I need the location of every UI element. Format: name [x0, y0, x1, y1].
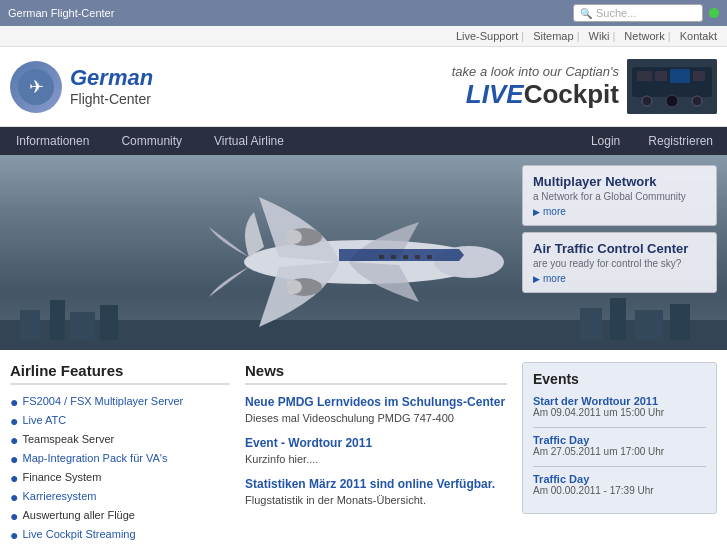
news-title-3[interactable]: Statistiken März 2011 sind online Verfüg…	[245, 477, 507, 491]
live-word: LIVE	[466, 79, 524, 109]
list-item: ●Live ATC	[10, 414, 230, 428]
nav-item-login[interactable]: Login	[577, 134, 634, 148]
feature-text-3: Teamspeak Server	[22, 433, 114, 445]
plane-image	[139, 167, 589, 347]
news-item-1: Neue PMDG Lernvideos im Schulungs-Center…	[245, 395, 507, 424]
svg-rect-26	[379, 255, 384, 259]
event-name-2[interactable]: Traffic Day	[533, 434, 706, 446]
bullet-icon: ●	[10, 452, 18, 466]
event-name-1[interactable]: Start der Wordtour 2011	[533, 395, 706, 407]
news-desc-3: Flugstatistik in der Monats-Übersicht.	[245, 494, 507, 506]
bullet-icon: ●	[10, 528, 18, 542]
events-box: Events Start der Wordtour 2011 Am 09.04.…	[522, 362, 717, 514]
svg-rect-14	[70, 312, 95, 340]
feature-link-2[interactable]: Live ATC	[22, 414, 66, 426]
logo-area: ✈ German Flight-Center	[10, 61, 153, 113]
header: ✈ German Flight-Center take a look into …	[0, 47, 727, 127]
separator-2	[533, 466, 706, 467]
content: Airline Features ●FS2004 / FSX Multiplay…	[0, 350, 727, 545]
toplink-network[interactable]: Network	[624, 30, 664, 42]
logo-text: German Flight-Center	[70, 65, 153, 108]
nav-item-registrieren[interactable]: Registrieren	[634, 134, 727, 148]
cockpit-thumbnail	[627, 59, 717, 114]
svg-rect-17	[610, 298, 626, 340]
events-section-title: Events	[533, 371, 706, 387]
event-name-3[interactable]: Traffic Day	[533, 473, 706, 485]
search-box[interactable]: 🔍 Suche...	[573, 4, 703, 22]
news-title-2[interactable]: Event - Wordtour 2011	[245, 436, 507, 450]
svg-rect-6	[670, 69, 690, 83]
livecockpit-text: take a look into our Captian's LIVECockp…	[452, 64, 619, 110]
feature-text-5: Finance System	[22, 471, 101, 483]
svg-rect-19	[670, 304, 690, 340]
svg-rect-27	[391, 255, 396, 259]
feature-list: ●FS2004 / FSX Multiplayer Server ●Live A…	[10, 395, 230, 542]
svg-point-25	[286, 230, 302, 244]
event-date-1: Am 09.04.2011 um 15:00 Uhr	[533, 407, 706, 418]
svg-rect-29	[415, 255, 420, 259]
hero-card-multiplayer-desc: a Network for a Global Community	[533, 191, 706, 202]
feature-link-4[interactable]: Map-Integration Pack für VA's	[22, 452, 167, 464]
toplink-livesupport[interactable]: Live-Support	[456, 30, 518, 42]
news-item-2: Event - Wordtour 2011 Kurzinfo hier....	[245, 436, 507, 465]
header-right: take a look into our Captian's LIVECockp…	[452, 59, 717, 114]
toplink-sitemap[interactable]: Sitemap	[533, 30, 573, 42]
svg-rect-15	[100, 305, 118, 340]
event-item-1: Start der Wordtour 2011 Am 09.04.2011 um…	[533, 395, 706, 418]
search-placeholder: Suche...	[596, 7, 636, 19]
feature-link-1[interactable]: FS2004 / FSX Multiplayer Server	[22, 395, 183, 407]
airline-features-title: Airline Features	[10, 362, 230, 385]
search-icon: 🔍	[580, 8, 592, 19]
feature-link-8[interactable]: Live Cockpit Streaming	[22, 528, 135, 540]
feature-text-7: Auswertung aller Flüge	[22, 509, 135, 521]
list-item: ●Karrieresystem	[10, 490, 230, 504]
bullet-icon: ●	[10, 471, 18, 485]
hero-card-atc: Air Traffic Control Center are you ready…	[522, 232, 717, 293]
news-desc-2: Kurzinfo hier....	[245, 453, 507, 465]
titlebar-right: 🔍 Suche...	[573, 4, 719, 22]
cockpit-word: Cockpit	[524, 79, 619, 109]
toplinks: Live-Support | Sitemap | Wiki | Network …	[0, 26, 727, 47]
col-left: Airline Features ●FS2004 / FSX Multiplay…	[10, 362, 230, 545]
col-right: Events Start der Wordtour 2011 Am 09.04.…	[522, 362, 717, 545]
hero-card-multiplayer-title: Multiplayer Network	[533, 174, 706, 189]
logo-icon: ✈	[10, 61, 62, 113]
list-item: ●Auswertung aller Flüge	[10, 509, 230, 523]
svg-point-24	[286, 280, 302, 294]
logo-german: German	[70, 65, 153, 91]
hero-card-multiplayer-more[interactable]: ▶ more	[533, 206, 706, 217]
news-title: News	[245, 362, 507, 385]
svg-point-10	[692, 96, 702, 106]
tagline: take a look into our Captian's	[452, 64, 619, 79]
news-desc-1: Dieses mal Videoschulung PMDG 747-400	[245, 412, 507, 424]
status-dot	[709, 8, 719, 18]
bullet-icon: ●	[10, 395, 18, 409]
nav-item-community[interactable]: Community	[105, 127, 198, 155]
separator	[533, 427, 706, 428]
svg-rect-5	[655, 71, 667, 81]
col-mid: News Neue PMDG Lernvideos im Schulungs-C…	[230, 362, 522, 545]
nav-item-informationen[interactable]: Informationen	[0, 127, 105, 155]
list-item: ●Finance System	[10, 471, 230, 485]
svg-rect-30	[427, 255, 432, 259]
svg-rect-12	[20, 310, 40, 340]
list-item: ●Teamspeak Server	[10, 433, 230, 447]
event-date-3: Am 00.00.2011 - 17:39 Uhr	[533, 485, 706, 496]
bullet-icon: ●	[10, 490, 18, 504]
hero-cards: Multiplayer Network a Network for a Glob…	[522, 165, 717, 293]
hero-card-atc-title: Air Traffic Control Center	[533, 241, 706, 256]
hero-card-atc-more[interactable]: ▶ more	[533, 273, 706, 284]
event-item-3: Traffic Day Am 00.00.2011 - 17:39 Uhr	[533, 473, 706, 496]
news-title-1[interactable]: Neue PMDG Lernvideos im Schulungs-Center	[245, 395, 507, 409]
svg-rect-13	[50, 300, 65, 340]
feature-link-6[interactable]: Karrieresystem	[22, 490, 96, 502]
nav-item-virtual-airline[interactable]: Virtual Airline	[198, 127, 300, 155]
nav-right: Login Registrieren	[577, 134, 727, 148]
list-item: ●FS2004 / FSX Multiplayer Server	[10, 395, 230, 409]
livecockpit-words: LIVECockpit	[452, 79, 619, 110]
list-item: ●Live Cockpit Streaming	[10, 528, 230, 542]
toplink-kontakt[interactable]: Kontakt	[680, 30, 717, 42]
toplink-wiki[interactable]: Wiki	[589, 30, 610, 42]
svg-rect-28	[403, 255, 408, 259]
mainnav: Informationen Community Virtual Airline …	[0, 127, 727, 155]
